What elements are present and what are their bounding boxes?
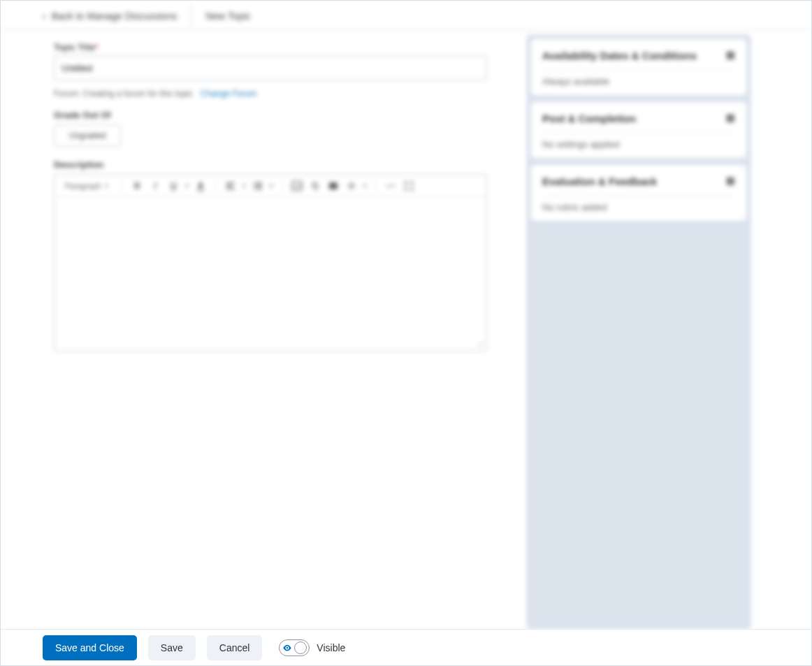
grade-dropdown[interactable]: Ungraded xyxy=(54,124,121,147)
panel-evaluation-feedback[interactable]: Evaluation & Feedback ⊞ No rubric added xyxy=(531,165,746,221)
text-color-icon[interactable] xyxy=(194,180,207,192)
expand-icon[interactable]: ⊞ xyxy=(726,112,735,124)
insert-image-icon[interactable] xyxy=(291,180,303,192)
svg-rect-1 xyxy=(329,182,338,189)
title-label-text: Topic Title xyxy=(54,43,95,52)
panel-summary: Always available xyxy=(542,76,735,87)
chevron-down-icon[interactable]: ▾ xyxy=(185,182,189,189)
chevron-down-icon[interactable]: ▾ xyxy=(270,182,273,189)
tab-current: New Topic xyxy=(191,10,250,22)
align-icon[interactable] xyxy=(224,180,237,192)
current-tab-label: New Topic xyxy=(205,10,250,22)
grade-label: Grade Out Of xyxy=(54,110,500,120)
panel-divider xyxy=(542,70,735,71)
tab-bar: ‹ Back to Manage Discussions New Topic xyxy=(1,2,811,30)
editor-body[interactable] xyxy=(55,197,486,351)
insert-media-icon[interactable] xyxy=(327,180,340,192)
required-indicator: * xyxy=(95,43,99,52)
content-area: Topic Title* Forum: Creating a forum for… xyxy=(1,30,811,630)
chevron-down-icon: ▾ xyxy=(105,182,108,189)
topic-title-input[interactable] xyxy=(54,55,487,80)
panel-post-completion[interactable]: Post & Completion ⊞ No settings applied xyxy=(531,102,746,158)
panel-availability[interactable]: Availability Dates & Conditions ⊞ Always… xyxy=(531,39,746,95)
panel-header: Availability Dates & Conditions ⊞ xyxy=(542,49,735,61)
main-column: Topic Title* Forum: Creating a forum for… xyxy=(1,30,500,630)
format-label: Paragraph xyxy=(65,182,101,190)
expand-icon[interactable]: ⊞ xyxy=(726,49,735,61)
bold-icon[interactable]: B xyxy=(131,180,143,192)
change-forum-link[interactable]: Change Forum xyxy=(201,89,256,99)
forum-line: Forum: Creating a forum for this topic C… xyxy=(54,89,500,99)
insert-stuff-icon[interactable] xyxy=(345,180,358,192)
description-label: Description xyxy=(54,159,500,170)
forum-prefix-text: Forum: Creating a forum for this topic xyxy=(54,89,193,99)
side-column: Availability Dates & Conditions ⊞ Always… xyxy=(526,34,751,630)
svg-point-2 xyxy=(287,646,289,649)
insert-link-icon[interactable] xyxy=(309,180,321,192)
list-icon[interactable] xyxy=(252,180,264,192)
panel-header: Evaluation & Feedback ⊞ xyxy=(542,175,735,187)
paragraph-format-dropdown[interactable]: Paragraph ▾ xyxy=(60,180,113,192)
visibility-toggle[interactable] xyxy=(279,639,310,656)
more-options-icon[interactable] xyxy=(384,180,397,192)
title-label: Topic Title* xyxy=(54,43,500,52)
save-button[interactable]: Save xyxy=(148,635,196,660)
toolbar-separator xyxy=(122,180,122,192)
editor-toolbar: Paragraph ▾ B I U ▾ ▾ xyxy=(55,175,486,197)
back-label: Back to Manage Discussions xyxy=(52,10,177,22)
chevron-left-icon: ‹ xyxy=(43,10,46,22)
rich-text-editor: Paragraph ▾ B I U ▾ ▾ xyxy=(54,174,487,352)
panel-summary: No rubric added xyxy=(542,202,735,212)
cancel-button[interactable]: Cancel xyxy=(207,635,263,660)
eye-icon xyxy=(282,643,292,653)
toolbar-separator xyxy=(282,180,282,192)
fullscreen-icon[interactable] xyxy=(403,180,415,192)
svg-rect-0 xyxy=(292,182,302,190)
panel-title: Availability Dates & Conditions xyxy=(542,50,697,61)
panel-summary: No settings applied xyxy=(542,139,735,150)
panel-title: Evaluation & Feedback xyxy=(542,175,657,187)
panel-divider xyxy=(542,133,735,133)
page-container: ‹ Back to Manage Discussions New Topic T… xyxy=(0,0,812,666)
visibility-toggle-wrap: Visible xyxy=(279,639,345,656)
chevron-down-icon[interactable]: ▾ xyxy=(363,182,367,189)
italic-icon[interactable]: I xyxy=(149,180,161,192)
expand-icon[interactable]: ⊞ xyxy=(726,175,735,187)
panel-header: Post & Completion ⊞ xyxy=(542,112,735,124)
back-link[interactable]: ‹ Back to Manage Discussions xyxy=(43,2,191,29)
toggle-knob xyxy=(294,642,307,654)
footer-bar: Save and Close Save Cancel Visible xyxy=(1,629,811,665)
visibility-label: Visible xyxy=(317,642,345,653)
grade-value: Ungraded xyxy=(69,131,106,140)
panel-title: Post & Completion xyxy=(542,113,636,124)
toolbar-separator xyxy=(215,180,216,192)
underline-icon[interactable]: U xyxy=(167,180,180,192)
chevron-down-icon[interactable]: ▾ xyxy=(242,182,246,189)
toolbar-separator xyxy=(375,180,376,192)
save-and-close-button[interactable]: Save and Close xyxy=(43,635,137,660)
panel-divider xyxy=(542,196,735,196)
